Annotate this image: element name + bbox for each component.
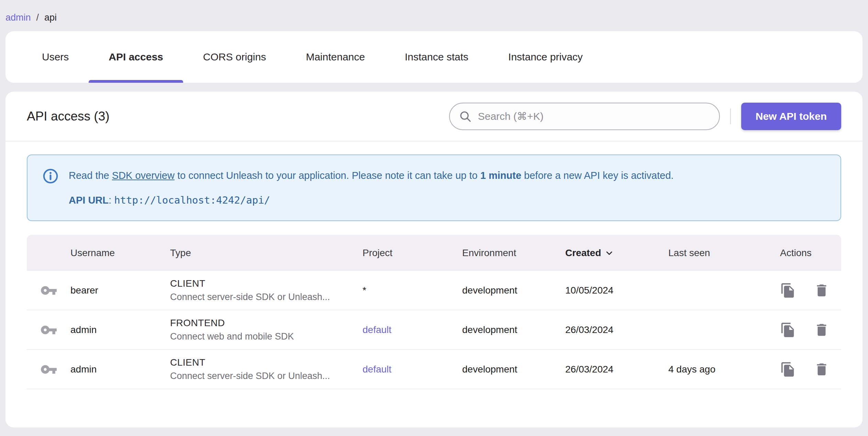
token-type-description: Connect server-side SDK or Unleash...: [170, 292, 363, 302]
token-project-link[interactable]: default: [363, 324, 391, 335]
token-created: 26/03/2024: [565, 324, 668, 335]
column-header-actions: Actions: [780, 248, 841, 259]
table-row: admin CLIENT Connect server-side SDK or …: [27, 350, 841, 389]
token-project: *: [363, 285, 462, 296]
table-row: bearer CLIENT Connect server-side SDK or…: [27, 271, 841, 310]
breadcrumb-current: api: [44, 12, 57, 23]
column-header-environment[interactable]: Environment: [462, 248, 565, 259]
token-actions: [780, 283, 841, 298]
tab-users[interactable]: Users: [22, 31, 89, 83]
admin-tabs: Users API access CORS origins Maintenanc…: [5, 31, 863, 83]
token-environment: development: [462, 324, 565, 335]
page-title: API access (3): [27, 109, 110, 124]
tab-instance-stats[interactable]: Instance stats: [385, 31, 488, 83]
trash-icon: [814, 322, 830, 338]
column-header-username[interactable]: Username: [70, 248, 170, 259]
admin-api-page: admin / api Users API access CORS origin…: [0, 0, 868, 433]
tab-instance-privacy[interactable]: Instance privacy: [488, 31, 603, 83]
token-type: FRONTEND: [170, 318, 363, 329]
delete-token-button[interactable]: [814, 362, 830, 377]
alert-text: Read the SDK overview to connect Unleash…: [69, 169, 674, 182]
column-header-last-seen[interactable]: Last seen: [668, 248, 780, 259]
api-url-label: API URL: [69, 195, 109, 206]
header-actions: New API token: [449, 103, 841, 130]
token-created: 26/03/2024: [565, 364, 668, 375]
divider: [730, 108, 731, 124]
chevron-down-icon: [604, 248, 614, 258]
token-type-description: Connect web and mobile SDK: [170, 331, 363, 342]
trash-icon: [814, 362, 830, 377]
api-access-card: API access (3) New API token: [5, 92, 863, 427]
search-input[interactable]: [478, 111, 710, 122]
search-box[interactable]: [449, 103, 720, 130]
table-header-row: Username Type Project Environment Create…: [27, 235, 841, 271]
token-username: bearer: [70, 285, 170, 296]
api-tokens-table: Username Type Project Environment Create…: [27, 235, 841, 389]
tab-api-access[interactable]: API access: [89, 31, 183, 83]
key-icon: [40, 282, 57, 299]
trash-icon: [814, 283, 830, 298]
copy-token-button[interactable]: [780, 362, 796, 377]
delete-token-button[interactable]: [814, 322, 830, 338]
new-api-token-button[interactable]: New API token: [741, 103, 841, 130]
key-icon: [40, 361, 57, 378]
token-type: CLIENT: [170, 357, 363, 368]
column-header-created[interactable]: Created: [565, 248, 668, 259]
tab-cors-origins[interactable]: CORS origins: [183, 31, 286, 83]
token-type-cell: CLIENT Connect server-side SDK or Unleas…: [170, 357, 363, 381]
api-url-line: API URL: http://localhost:4242/api/: [69, 194, 827, 206]
token-type-cell: FRONTEND Connect web and mobile SDK: [170, 318, 363, 342]
token-actions: [780, 322, 841, 338]
token-project-link[interactable]: default: [363, 364, 391, 375]
column-header-type[interactable]: Type: [170, 248, 363, 259]
table-row: admin FRONTEND Connect web and mobile SD…: [27, 310, 841, 350]
breadcrumb-separator: /: [36, 12, 39, 23]
api-url-value: http://localhost:4242/api/: [114, 194, 270, 206]
token-type-description: Connect server-side SDK or Unleash...: [170, 371, 363, 381]
info-icon: [43, 168, 58, 184]
token-environment: development: [462, 364, 565, 375]
copy-icon: [780, 362, 796, 377]
breadcrumb: admin / api: [5, 5, 863, 31]
breadcrumb-admin-link[interactable]: admin: [5, 12, 31, 23]
card-header: API access (3) New API token: [5, 92, 863, 141]
token-last-seen: 4 days ago: [668, 364, 780, 375]
delete-token-button[interactable]: [814, 283, 830, 298]
token-username: admin: [70, 324, 170, 335]
token-actions: [780, 362, 841, 377]
key-icon: [40, 321, 57, 339]
tab-maintenance[interactable]: Maintenance: [286, 31, 385, 83]
search-icon: [459, 110, 472, 123]
sdk-overview-link[interactable]: SDK overview: [112, 170, 175, 181]
token-environment: development: [462, 285, 565, 296]
copy-icon: [780, 322, 796, 338]
token-type-cell: CLIENT Connect server-side SDK or Unleas…: [170, 278, 363, 302]
copy-token-button[interactable]: [780, 283, 796, 298]
copy-icon: [780, 283, 796, 298]
token-username: admin: [70, 364, 170, 375]
token-type: CLIENT: [170, 278, 363, 289]
copy-token-button[interactable]: [780, 322, 796, 338]
sdk-info-alert: Read the SDK overview to connect Unleash…: [27, 154, 841, 221]
token-created: 10/05/2024: [565, 285, 668, 296]
column-header-project[interactable]: Project: [363, 248, 462, 259]
